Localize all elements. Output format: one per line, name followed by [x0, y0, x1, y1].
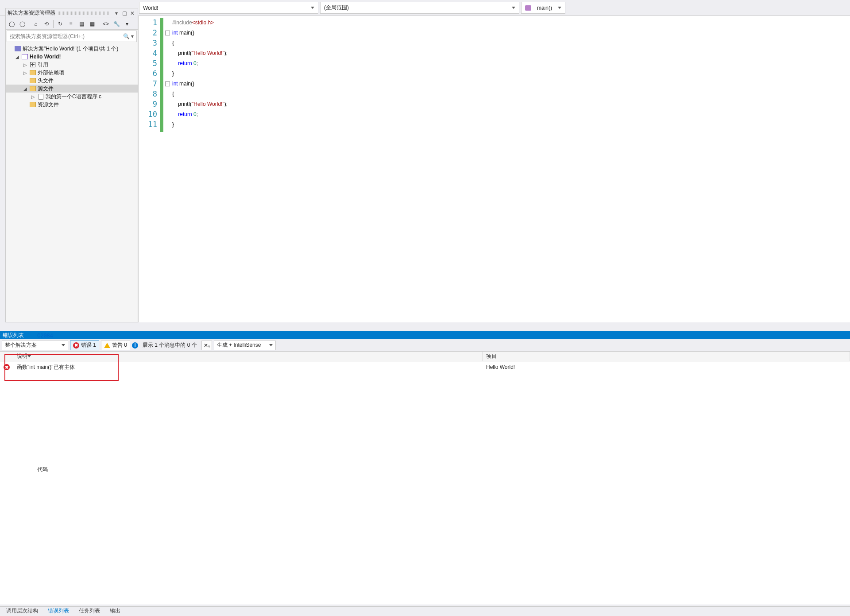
- code-area[interactable]: #include<stdio.h>int main(){ printf("Hel…: [172, 18, 850, 130]
- solution-search[interactable]: 🔍 ▾: [7, 31, 137, 42]
- tree-label: 头文件: [38, 77, 54, 85]
- tree-references[interactable]: ▷ 引用: [6, 61, 138, 69]
- error-project: Hello World!: [483, 364, 850, 370]
- function-icon: [525, 5, 531, 11]
- tree-source-file-item[interactable]: ▷ 我的第一个C语言程序.c: [6, 93, 138, 101]
- solution-search-input[interactable]: [7, 33, 120, 39]
- fold-toggle-icon[interactable]: −: [165, 31, 170, 35]
- fold-cell: [164, 89, 170, 99]
- sync-icon[interactable]: ⟲: [42, 20, 50, 28]
- solution-toolbar: ◯ ◯ ⌂ ⟲ ↻ ≡ ▤ ▦ <> 🔧 ▾: [6, 18, 138, 30]
- col-description[interactable]: 说明: [13, 352, 483, 361]
- build-source-label: 生成 + IntelliSense: [217, 341, 261, 349]
- code-line[interactable]: int main(): [172, 28, 850, 38]
- errors-filter-button[interactable]: ✖ 错误 1: [70, 341, 99, 350]
- forward-icon[interactable]: ◯: [18, 20, 26, 28]
- code-line[interactable]: return 0;: [172, 58, 850, 69]
- folder-icon: [30, 86, 36, 91]
- more-icon[interactable]: ▾: [123, 20, 131, 28]
- line-number: 9: [139, 99, 157, 109]
- code-line[interactable]: int main(): [172, 79, 850, 89]
- code-line[interactable]: {: [172, 89, 850, 99]
- tree-resource-files[interactable]: 资源文件: [6, 101, 138, 108]
- tree-source-files[interactable]: ◢ 源文件: [6, 85, 138, 93]
- build-filter-button[interactable]: ✕ᵧ: [201, 341, 212, 350]
- bottom-tab-strip: 调用层次结构 错误列表 任务列表 输出: [0, 606, 850, 616]
- line-number: 4: [139, 48, 157, 58]
- messages-filter-label[interactable]: 展示 1 个消息中的 0 个: [140, 341, 200, 349]
- code-editor[interactable]: 1234567891011 −− #include<stdio.h>int ma…: [138, 16, 850, 322]
- close-icon[interactable]: ✕: [129, 10, 136, 17]
- code-line[interactable]: return 0;: [172, 109, 850, 120]
- sort-icon: [27, 355, 31, 357]
- error-grid-header[interactable]: 代码 说明 项目: [0, 352, 850, 361]
- crumb-scope[interactable]: (全局范围): [320, 2, 519, 14]
- properties-icon[interactable]: ▦: [88, 20, 96, 28]
- warnings-filter-button[interactable]: 警告 0: [101, 341, 130, 350]
- error-code[interactable]: C2084: [34, 333, 60, 339]
- col-code[interactable]: 代码: [34, 333, 60, 606]
- home-icon[interactable]: ⌂: [32, 20, 40, 28]
- code-icon[interactable]: <>: [102, 20, 110, 28]
- search-icon[interactable]: 🔍 ▾: [120, 33, 136, 39]
- line-number: 1: [139, 18, 157, 28]
- tab-output[interactable]: 输出: [105, 606, 125, 616]
- line-number: 10: [139, 109, 157, 120]
- pin-icon[interactable]: ▢: [121, 10, 128, 17]
- code-line[interactable]: printf("Hello World!");: [172, 99, 850, 109]
- crumb-scope-label: (全局范围): [324, 4, 349, 12]
- fold-cell: [164, 38, 170, 48]
- fold-cell: [164, 48, 170, 58]
- col-project[interactable]: 项目: [483, 352, 850, 361]
- tree-label: 解决方案"Hello World!"(1 个项目/共 1 个): [23, 45, 118, 53]
- error-icon: ✖: [73, 342, 79, 349]
- tree-external-deps[interactable]: ▷ 外部依赖项: [6, 69, 138, 77]
- chevron-down-icon: [62, 344, 65, 346]
- solution-tree: 解决方案"Hello World!"(1 个项目/共 1 个) ◢ Hello …: [6, 43, 138, 110]
- tree-label: 引用: [38, 61, 48, 69]
- code-line[interactable]: {: [172, 38, 850, 48]
- errors-filter-label: 错误 1: [81, 341, 96, 349]
- tree-header-files[interactable]: 头文件: [6, 77, 138, 85]
- panel-titlebar[interactable]: 解决方案资源管理器 ▾ ▢ ✕: [6, 8, 138, 18]
- crumb-file[interactable]: World!: [139, 2, 318, 14]
- panel-title: 解决方案资源管理器: [8, 9, 55, 17]
- col-icon[interactable]: [0, 352, 13, 361]
- fold-cell: [164, 120, 170, 130]
- wrench-icon[interactable]: 🔧: [112, 20, 120, 28]
- code-line[interactable]: printf("Hello World!");: [172, 48, 850, 58]
- collapse-icon[interactable]: ≡: [67, 20, 75, 28]
- show-all-icon[interactable]: ▤: [77, 20, 85, 28]
- fold-toggle-icon[interactable]: −: [165, 81, 170, 86]
- tab-error-list[interactable]: 错误列表: [43, 606, 73, 616]
- tree-label: 外部依赖项: [38, 69, 64, 77]
- error-row[interactable]: ✖C2084函数"int main()"已有主体Hello World!: [0, 361, 850, 373]
- code-line[interactable]: #include<stdio.h>: [172, 18, 850, 28]
- folder-icon: [30, 78, 36, 83]
- code-line[interactable]: }: [172, 69, 850, 79]
- error-list-panel: 错误列表 整个解决方案 ✖ 错误 1 警告 0 i 展示 1 个消息中的 0 个…: [0, 331, 850, 604]
- fold-cell[interactable]: −: [164, 28, 170, 38]
- line-number: 7: [139, 79, 157, 89]
- build-source-combo[interactable]: 生成 + IntelliSense: [214, 341, 276, 350]
- folder-icon: [30, 102, 36, 107]
- refresh-icon[interactable]: ↻: [56, 20, 64, 28]
- tree-label: 源文件: [38, 85, 54, 93]
- chevron-down-icon: [512, 7, 515, 9]
- fold-cell[interactable]: −: [164, 79, 170, 89]
- warnings-filter-label: 警告 0: [112, 341, 127, 349]
- error-list-header[interactable]: 错误列表: [0, 331, 850, 339]
- back-icon[interactable]: ◯: [8, 20, 15, 28]
- tab-call-hierarchy[interactable]: 调用层次结构: [2, 606, 42, 616]
- crumb-function[interactable]: main(): [521, 2, 565, 14]
- tree-project[interactable]: ◢ Hello World!: [6, 53, 138, 61]
- chevron-down-icon: [558, 7, 561, 9]
- tree-label: 我的第一个C语言程序.c: [46, 93, 101, 101]
- fold-cell: [164, 99, 170, 109]
- tab-task-list[interactable]: 任务列表: [74, 606, 104, 616]
- code-line[interactable]: }: [172, 120, 850, 130]
- dropdown-icon[interactable]: ▾: [113, 10, 120, 17]
- solution-explorer: 解决方案资源管理器 ▾ ▢ ✕ ◯ ◯ ⌂ ⟲ ↻ ≡ ▤ ▦ <> 🔧 ▾ 🔍…: [5, 8, 138, 322]
- chevron-down-icon: [269, 344, 273, 346]
- tree-solution[interactable]: 解决方案"Hello World!"(1 个项目/共 1 个): [6, 45, 138, 53]
